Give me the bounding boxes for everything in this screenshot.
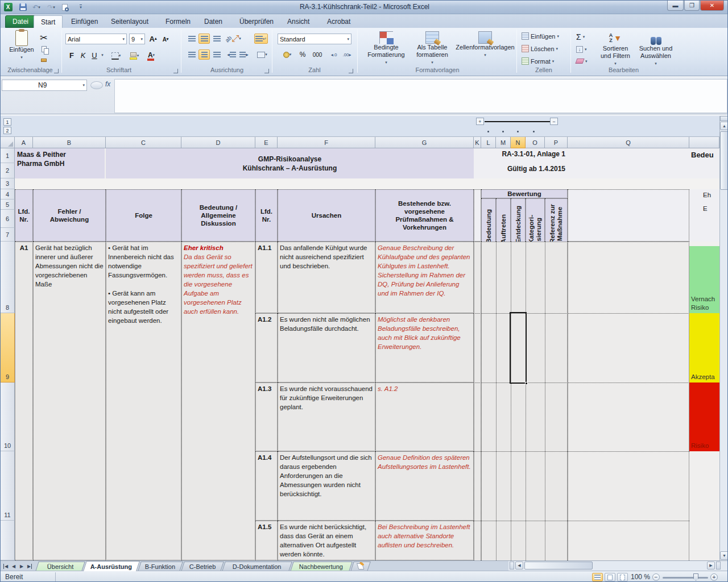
tab-ueberpruefen[interactable]: Überprüfen [233, 15, 280, 28]
cell-q1-empty[interactable] [568, 148, 689, 178]
italic-button[interactable]: K [78, 49, 88, 61]
cell-a13-id[interactable]: A1.3 [255, 383, 278, 451]
risk-cell-yellow[interactable]: Akzepta [689, 313, 719, 383]
row-header-3[interactable]: 3 [1, 178, 15, 189]
restore-button[interactable]: ❐ [684, 1, 700, 11]
prev-sheet-icon[interactable]: ◀ [10, 562, 18, 570]
fill-color-icon[interactable]: ▾ [127, 51, 142, 61]
header-lfd-nr-2[interactable]: Lfd. Nr. [255, 189, 278, 242]
tab-start[interactable]: Start [34, 15, 63, 28]
rating-col-auftreten[interactable] [496, 242, 511, 560]
last-sheet-icon[interactable]: ▶ [26, 562, 34, 570]
row-header-1[interactable]: 1 [1, 148, 15, 163]
col-header-f[interactable]: F [278, 137, 375, 148]
v-scrollbar-split-handle[interactable] [720, 116, 728, 121]
dialog-launcher-clipboard[interactable] [54, 69, 59, 73]
col-header-l[interactable]: L [481, 137, 496, 148]
row-header-9[interactable]: 9 [1, 313, 15, 383]
formula-bar-divider[interactable] [90, 81, 103, 89]
sheet-tab-b-funktion[interactable]: B-Funktion [138, 562, 183, 571]
outline-level-1-button[interactable]: 1 [3, 118, 11, 126]
risk-cell-red[interactable]: Risiko [689, 383, 719, 451]
underline-button[interactable]: U [89, 49, 100, 61]
comma-style-button[interactable]: 000 [310, 49, 325, 60]
decrease-decimal-icon[interactable]: .00▸ [341, 49, 353, 60]
sheet-tab-d-dokumentation[interactable]: D-Dokumentation [222, 562, 292, 571]
col-header-a[interactable]: A [15, 137, 33, 148]
accounting-format-icon[interactable]: ▾ [279, 49, 295, 60]
wrap-text-icon[interactable]: ↵ [254, 34, 268, 44]
cell-a15-massnahme[interactable]: Bei Beschreibung im Lastenheft auch alte… [375, 521, 474, 560]
cell-a15-id[interactable]: A1.5 [255, 521, 278, 560]
name-box[interactable]: N9 ▾ [2, 80, 87, 91]
find-select-button[interactable]: Suchen und Auswählen▾ [636, 31, 675, 67]
col-header-n[interactable]: N [511, 137, 526, 148]
h-scrollbar-end-split[interactable] [716, 562, 721, 569]
sort-filter-button[interactable]: AZ▼ Sortieren und Filtern▾ [595, 31, 635, 67]
bold-button[interactable]: F [67, 49, 77, 61]
next-sheet-icon[interactable]: ▶ [18, 562, 26, 570]
sheet-tab-nachbewertung[interactable]: Nachbewertung [290, 562, 353, 571]
view-page-break-icon[interactable] [617, 573, 628, 581]
sheet-tab-uebersicht[interactable]: Übersicht [35, 562, 85, 571]
cell-a1-fehler[interactable]: Gerät hat bezüglich innerer und äußerer … [33, 242, 106, 560]
merge-center-icon[interactable]: ▾ [254, 49, 270, 60]
cell-a12-ursache[interactable]: Es wurden nicht alle möglichen Beladungs… [278, 313, 375, 383]
rating-col-kategorisierung[interactable] [526, 242, 545, 560]
fill-handle[interactable] [525, 382, 528, 385]
col-k-strip[interactable] [474, 242, 481, 560]
insert-sheet-icon[interactable] [350, 562, 371, 571]
underline-arrow-icon[interactable]: ▾ [100, 49, 105, 61]
rating-col-referenz[interactable] [545, 242, 568, 560]
grow-font-icon[interactable]: A▴ [147, 33, 159, 44]
header-fehler[interactable]: Fehler / Abweichung [33, 189, 106, 242]
header-k-empty[interactable] [474, 189, 481, 242]
minimize-button[interactable]: ▬ [667, 1, 684, 11]
paste-button[interactable]: Einfügen▾ [7, 30, 36, 61]
sheet-tab-c-betrieb[interactable]: C-Betrieb [181, 562, 224, 571]
col-header-q[interactable]: Q [568, 137, 689, 148]
close-button[interactable]: ✕ [700, 1, 724, 11]
row-header-7[interactable]: 7 [1, 228, 15, 242]
dialog-launcher-font[interactable] [173, 69, 178, 73]
orientation-icon[interactable]: ab⤢▾ [226, 33, 241, 44]
zoom-in-icon[interactable]: + [710, 573, 718, 581]
row-header-4[interactable]: 4 [1, 189, 15, 199]
align-middle-icon[interactable] [198, 34, 210, 44]
outline-level-2-button[interactable]: 2 [3, 127, 11, 134]
header-v-entdeckung[interactable]: Entdeckung [511, 198, 526, 246]
header-v-referenz[interactable]: Referenz zur Maßnahme [545, 198, 568, 246]
increase-indent-icon[interactable]: ▸ [238, 49, 250, 60]
row-header-12-partial[interactable] [1, 521, 15, 560]
percent-style-button[interactable]: % [297, 49, 308, 60]
tab-einfuegen[interactable]: Einfügen [64, 15, 105, 28]
font-color-icon[interactable]: A▾ [144, 49, 159, 61]
fill-icon[interactable]: ↓▾ [576, 46, 587, 53]
zoom-level[interactable]: 100 % [631, 573, 650, 581]
cell-a1-bedeutung[interactable]: Eher kritisch Da das Gerät so spezifizie… [181, 242, 255, 560]
cell-styles-button[interactable]: Zellenformatvorlagen▾ [456, 31, 515, 59]
font-size-combo[interactable]: 9▾ [129, 34, 145, 44]
insert-cells-button[interactable]: Einfügen▾ [522, 32, 559, 40]
scroll-right-icon[interactable]: ▶ [707, 562, 715, 569]
header-r-clipped[interactable]: Eh E [689, 189, 719, 242]
row-header-2[interactable]: 2 [1, 163, 15, 178]
formula-input[interactable] [114, 79, 727, 113]
zoom-slider-thumb[interactable] [693, 573, 698, 581]
row-header-11[interactable]: 11 [1, 451, 15, 521]
tab-datei[interactable]: Datei [5, 15, 36, 28]
format-painter-icon[interactable] [38, 55, 49, 65]
col-q-strip[interactable] [568, 242, 689, 560]
cell-a11-ursache[interactable]: Das anfallende Kühlgut wurde nicht ausre… [278, 242, 375, 313]
tab-acrobat[interactable]: Acrobat [320, 15, 357, 28]
align-center-icon[interactable] [198, 49, 210, 60]
header-lfd-nr[interactable]: Lfd. Nr. [15, 189, 33, 242]
cell-a12-id[interactable]: A1.2 [255, 313, 278, 383]
cell-a13-massnahme[interactable]: s. A1.2 [375, 383, 474, 451]
outline-expand-icon[interactable]: + [476, 118, 484, 125]
cell-a12-massnahme[interactable]: Möglichst alle denkbaren Beladungsfälle … [375, 313, 474, 383]
cell-doc-title[interactable]: GMP-Risikoanalyse Kühlschrank – A-Ausrüs… [106, 148, 474, 178]
selection-box-n9[interactable] [510, 312, 527, 384]
cell-company[interactable]: Maas & Peither Pharma GmbH [15, 148, 105, 178]
cell-valid-from[interactable]: Gültig ab 1.4.2015 [474, 163, 568, 178]
